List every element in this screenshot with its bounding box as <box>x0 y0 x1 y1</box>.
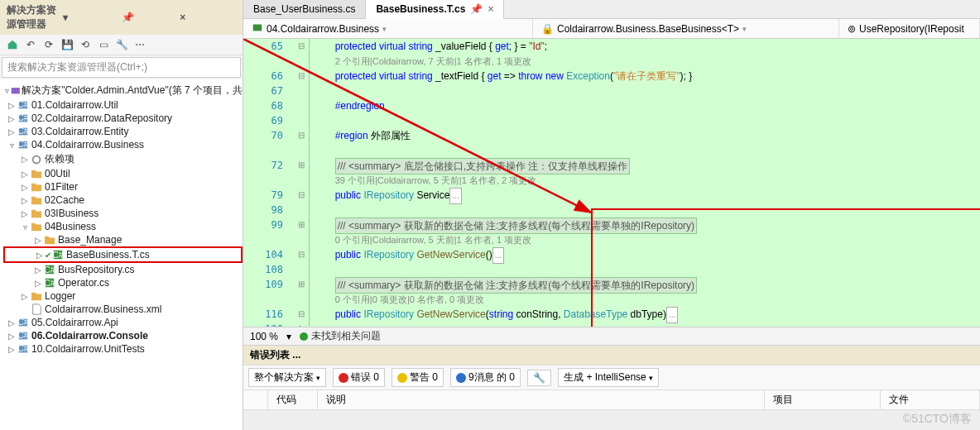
solution-tree: ▿ 解决方案"Colder.Admin.AntdVue"(第 7 个项目，共 ▷… <box>0 79 243 430</box>
svg-rect-22 <box>253 25 262 31</box>
tree-item[interactable]: ▷C#05.Coldairarrow.Api <box>3 316 243 329</box>
proj-icon: C# <box>17 139 30 150</box>
watermark: ©51CTO博客 <box>903 412 972 427</box>
editor-status-bar: 100 % ▾ 未找到相关问题 <box>243 327 980 345</box>
svg-text:C#: C# <box>17 126 29 136</box>
solution-explorer: 解决方案资源管理器 ▾ 📌 × ↶ ⟳ 💾 ⟲ ▭ 🔧 ⋯ 搜索解决方案资源管理… <box>0 0 243 430</box>
cs-icon: C# <box>43 264 56 275</box>
tree-item[interactable]: ▷Logger <box>3 289 243 303</box>
pin-icon[interactable]: 📌 <box>119 12 178 23</box>
status-ok-icon <box>300 332 308 341</box>
properties-icon[interactable]: 🔧 <box>114 37 129 52</box>
tree-item[interactable]: ▷Base_Manage <box>3 233 243 246</box>
errors-toggle[interactable]: 错误 0 <box>333 368 385 387</box>
tree-item[interactable]: ▷00Util <box>3 167 243 180</box>
document-tab[interactable]: Base_UserBusiness.cs <box>243 0 366 18</box>
svg-text:C#: C# <box>17 330 29 340</box>
nav-bar: 04.Coldairarrow.Business▾ 🔒 Coldairarrow… <box>243 19 980 39</box>
folder-icon <box>30 221 43 232</box>
ref-icon <box>30 154 43 165</box>
tree-item[interactable]: ▷C#03.Coldairarrow.Entity <box>3 125 243 138</box>
search-input[interactable]: 搜索解决方案资源管理器(Ctrl+;) <box>2 57 241 78</box>
document-tab[interactable]: BaseBusiness.T.cs📌× <box>366 0 504 19</box>
proj-icon: C# <box>17 126 30 137</box>
sync-icon[interactable]: ⟳ <box>41 37 56 52</box>
tree-item[interactable]: ▷✔C#BaseBusiness.T.cs <box>3 246 243 263</box>
scope-selector[interactable]: 整个解决方案 ▾ <box>248 368 326 387</box>
tree-item[interactable]: ▷C#01.Coldairarrow.Util <box>3 98 243 112</box>
refresh-icon[interactable]: ⟲ <box>78 37 93 52</box>
project-selector[interactable]: 04.Coldairarrow.Business▾ <box>243 19 533 38</box>
panel-title: 解决方案资源管理器 <box>7 3 60 31</box>
close-icon[interactable]: × <box>488 3 493 15</box>
panel-toolbar: ↶ ⟳ 💾 ⟲ ▭ 🔧 ⋯ <box>0 35 243 55</box>
svg-text:C#: C# <box>17 343 29 353</box>
error-list-panel: 错误列表 ... 整个解决方案 ▾ 错误 0 警告 0 9消息 的 0 🔧 生成… <box>243 345 980 430</box>
collapse-icon[interactable]: ▭ <box>96 37 111 52</box>
filter-button[interactable]: 🔧 <box>527 370 551 386</box>
tree-item[interactable]: ▷C#02.Coldairarrow.DataRepository <box>3 112 243 125</box>
proj-icon: C# <box>17 99 30 111</box>
col-desc[interactable]: 说明 <box>318 390 765 409</box>
pin-icon[interactable]: 📌 <box>470 3 483 15</box>
folder-icon <box>30 168 43 179</box>
folder-icon <box>30 181 43 193</box>
tree-item[interactable]: ▷01Filter <box>3 180 243 194</box>
build-scope-selector[interactable]: 生成 + IntelliSense ▾ <box>558 368 659 387</box>
home-icon[interactable] <box>5 37 20 52</box>
folder-icon <box>30 194 43 206</box>
folder-icon <box>43 234 56 246</box>
code-outline-marks: ⊟⊟⊟⊞⊟⊞⊟⊞⊟✎ <box>293 39 310 327</box>
tree-item[interactable]: ▷C#BusRepository.cs <box>3 263 243 276</box>
col-icon[interactable] <box>243 390 268 409</box>
col-project[interactable]: 项目 <box>765 390 881 409</box>
error-list-body <box>243 410 980 430</box>
svg-text:C#: C# <box>52 250 64 260</box>
panel-title-bar: 解决方案资源管理器 ▾ 📌 × <box>0 0 243 35</box>
col-code[interactable]: 代码 <box>268 390 318 409</box>
svg-text:C#: C# <box>17 317 29 327</box>
cs-icon: C# <box>43 277 56 289</box>
tree-item[interactable]: ▿C#04.Coldairarrow.Business <box>3 138 243 151</box>
solution-root[interactable]: ▿ 解决方案"Colder.Admin.AntdVue"(第 7 个项目，共 <box>3 83 243 98</box>
tree-item[interactable]: ▷C#Operator.cs <box>3 276 243 289</box>
cs-icon: C# <box>51 249 65 260</box>
showall-icon[interactable]: ⋯ <box>132 37 147 52</box>
svg-text:C#: C# <box>17 99 29 109</box>
tree-item[interactable]: ▷依赖项 <box>3 151 243 167</box>
member-selector[interactable]: ⊚UseRepository(IReposit <box>839 19 980 38</box>
error-list-columns: 代码 说明 项目 文件 <box>243 390 980 410</box>
tree-item[interactable]: ▷02Cache <box>3 194 243 207</box>
code-editor[interactable]: 65666768697072799899104108109116120 ⊟⊟⊟⊞… <box>243 39 980 327</box>
tree-item[interactable]: Coldairarrow.Business.xml <box>3 303 243 316</box>
svg-text:C#: C# <box>44 265 55 275</box>
svg-rect-0 <box>11 88 19 93</box>
messages-toggle[interactable]: 9消息 的 0 <box>450 368 521 387</box>
folder-icon <box>30 290 43 302</box>
proj-icon: C# <box>17 330 30 342</box>
proj-icon: C# <box>17 112 30 124</box>
save-icon[interactable]: 💾 <box>60 37 74 52</box>
back-icon[interactable]: ↶ <box>23 37 38 52</box>
warnings-toggle[interactable]: 警告 0 <box>392 368 444 387</box>
tree-item[interactable]: ▷C#10.Coldairarrow.UnitTests <box>3 342 243 356</box>
svg-point-9 <box>33 155 41 163</box>
xml-icon <box>30 303 43 315</box>
tree-item[interactable]: ▷C#06.Coldairarrow.Console <box>3 329 243 342</box>
dropdown-icon[interactable]: ▾ <box>60 12 119 23</box>
col-file[interactable]: 文件 <box>881 390 980 409</box>
class-selector[interactable]: 🔒 Coldairarrow.Business.BaseBusiness<T>▾ <box>533 19 839 38</box>
close-icon[interactable]: × <box>177 12 236 23</box>
zoom-level[interactable]: 100 % <box>250 331 278 342</box>
folder-icon <box>30 208 43 219</box>
error-list-title[interactable]: 错误列表 ... <box>243 346 980 365</box>
document-tabs: Base_UserBusiness.csBaseBusiness.T.cs📌× <box>243 0 980 19</box>
proj-icon: C# <box>17 317 30 328</box>
code-content[interactable]: protected virtual string _valueField { g… <box>310 39 980 327</box>
svg-text:C#: C# <box>17 112 29 122</box>
line-numbers: 65666768697072799899104108109116120 <box>243 39 293 327</box>
editor-area: Base_UserBusiness.csBaseBusiness.T.cs📌× … <box>243 0 980 430</box>
tree-item[interactable]: ▿04Business <box>3 220 243 233</box>
svg-text:C#: C# <box>44 278 55 288</box>
tree-item[interactable]: ▷03IBusiness <box>3 207 243 220</box>
